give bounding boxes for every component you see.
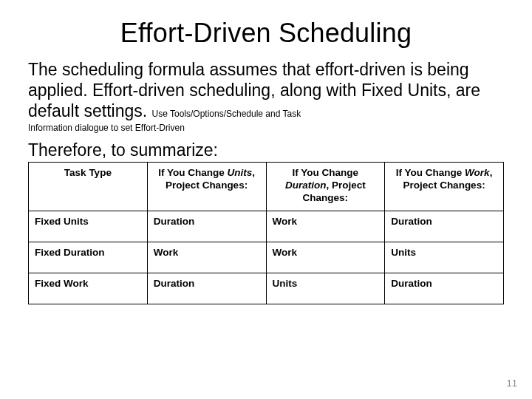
intro-hint-inline: Use Tools/Options/Schedule and Task xyxy=(152,109,301,119)
col-text: If You Change xyxy=(396,167,465,178)
table-row: Fixed Work Duration Units Duration xyxy=(29,273,504,304)
intro-hint-line2: Information dialogue to set Effort-Drive… xyxy=(28,123,504,133)
cell: Duration xyxy=(385,273,504,304)
col-change-duration: If You Change Duration, Project Changes: xyxy=(266,163,385,211)
table-row: Fixed Duration Work Work Units xyxy=(29,242,504,273)
table-header-row: Task Type If You Change Units, Project C… xyxy=(29,163,504,211)
col-task-type: Task Type xyxy=(29,163,148,211)
table-row: Fixed Units Duration Work Duration xyxy=(29,211,504,242)
slide: Effort-Driven Scheduling The scheduling … xyxy=(0,0,532,399)
col-change-work: If You Change Work, Project Changes: xyxy=(385,163,504,211)
col-em: Work xyxy=(465,167,490,178)
summary-table: Task Type If You Change Units, Project C… xyxy=(28,162,504,304)
col-em: Duration xyxy=(285,180,327,191)
cell: Work xyxy=(147,242,266,273)
intro-paragraph: The scheduling formula assumes that effo… xyxy=(28,59,504,121)
page-number: 11 xyxy=(507,378,517,389)
row-label: Fixed Duration xyxy=(29,242,148,273)
col-text: If You Change xyxy=(158,167,227,178)
slide-title: Effort-Driven Scheduling xyxy=(28,18,504,49)
row-label: Fixed Units xyxy=(29,211,148,242)
col-change-units: If You Change Units, Project Changes: xyxy=(147,163,266,211)
row-label: Fixed Work xyxy=(29,273,148,304)
cell: Units xyxy=(266,273,385,304)
cell: Work xyxy=(266,211,385,242)
col-text: If You Change xyxy=(293,167,359,178)
cell: Work xyxy=(266,242,385,273)
cell: Units xyxy=(385,242,504,273)
col-em: Units xyxy=(228,167,253,178)
cell: Duration xyxy=(385,211,504,242)
cell: Duration xyxy=(147,211,266,242)
cell: Duration xyxy=(147,273,266,304)
summary-line: Therefore, to summarize: xyxy=(28,140,504,160)
